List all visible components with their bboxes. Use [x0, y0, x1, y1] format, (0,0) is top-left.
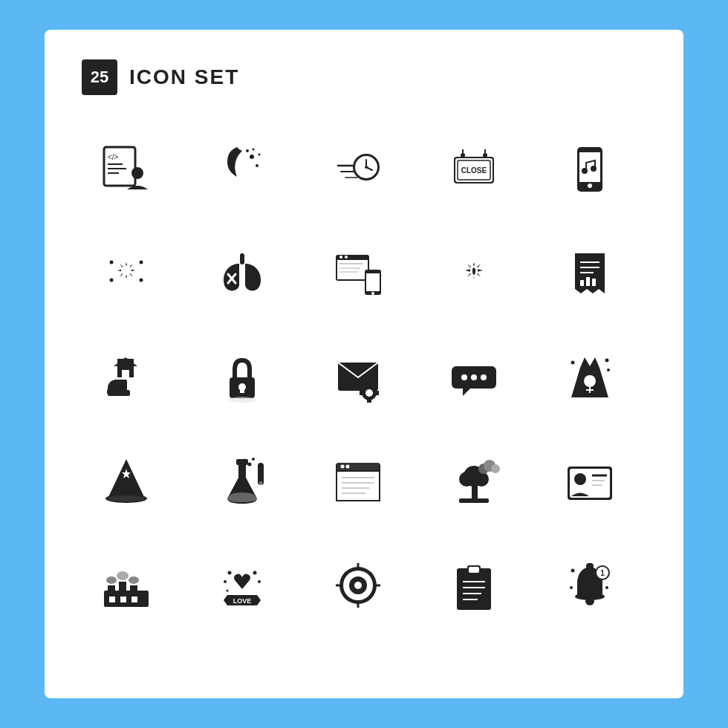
svg-point-77 [584, 375, 596, 387]
svg-text:LOVE: LOVE [233, 597, 252, 605]
icon-profile-card [545, 437, 634, 526]
icon-comet-clock [313, 125, 403, 214]
header: 25 ICON SET [82, 59, 646, 95]
svg-point-75 [471, 374, 477, 380]
main-card: 25 ICON SET </> [45, 30, 683, 698]
icon-chat-bubbles [429, 333, 519, 422]
svg-point-131 [258, 580, 261, 583]
svg-rect-68 [367, 383, 371, 387]
header-title: ICON SET [129, 65, 239, 89]
svg-point-36 [110, 279, 114, 282]
svg-point-136 [354, 582, 362, 589]
svg-point-113 [574, 473, 586, 485]
icon-love-heart: LOVE [198, 541, 287, 630]
svg-point-82 [607, 368, 610, 371]
icon-browser-mobile [313, 229, 403, 318]
icon-dress-female [545, 333, 634, 422]
svg-marker-73 [463, 389, 470, 396]
svg-rect-148 [586, 563, 594, 569]
svg-point-31 [582, 168, 588, 174]
svg-point-90 [248, 463, 252, 467]
svg-point-80 [571, 361, 575, 365]
svg-point-7 [250, 155, 254, 159]
icon-lab-flask [198, 437, 287, 526]
icon-bell-notification: 1 [545, 541, 634, 630]
svg-point-32 [591, 166, 597, 172]
svg-rect-49 [366, 273, 380, 291]
svg-rect-71 [375, 391, 379, 395]
svg-rect-107 [459, 498, 489, 503]
svg-point-30 [588, 183, 592, 188]
icon-target-crosshair [313, 541, 403, 630]
svg-rect-141 [457, 568, 491, 610]
svg-rect-89 [259, 481, 262, 485]
svg-rect-29 [579, 152, 600, 182]
svg-point-34 [110, 261, 114, 264]
svg-rect-118 [108, 585, 115, 597]
icon-close-sign: CLOSE [429, 125, 519, 214]
svg-marker-59 [114, 357, 137, 366]
svg-point-110 [491, 464, 500, 473]
svg-rect-143 [469, 567, 479, 573]
icons-grid: </> [82, 125, 646, 669]
svg-point-91 [252, 458, 255, 461]
svg-rect-70 [360, 391, 363, 395]
svg-rect-54 [580, 280, 584, 286]
svg-text:1: 1 [600, 569, 605, 577]
svg-point-98 [346, 465, 350, 469]
icon-hand-home [82, 333, 171, 422]
icon-mail-settings [313, 333, 403, 422]
svg-rect-57 [108, 390, 130, 396]
svg-point-64 [229, 397, 256, 403]
svg-point-11 [253, 149, 255, 151]
svg-point-10 [259, 154, 261, 156]
svg-point-44 [345, 256, 348, 259]
svg-point-92 [244, 459, 246, 461]
icon-browser-text [313, 437, 403, 526]
svg-point-9 [246, 149, 249, 152]
svg-text:</>: </> [108, 153, 119, 161]
svg-point-156 [570, 586, 573, 589]
svg-rect-60 [122, 370, 129, 377]
svg-rect-123 [131, 597, 137, 602]
svg-point-126 [129, 576, 139, 584]
svg-rect-121 [109, 597, 115, 602]
svg-marker-83 [108, 459, 145, 498]
svg-rect-95 [337, 472, 379, 500]
svg-point-125 [117, 571, 129, 580]
icon-settings-sparkle [82, 229, 171, 318]
svg-rect-120 [130, 585, 137, 597]
svg-point-128 [228, 571, 232, 575]
svg-rect-87 [236, 459, 248, 465]
icon-lungs-x [198, 229, 287, 318]
icon-lock [198, 333, 287, 422]
svg-rect-69 [367, 399, 371, 403]
svg-point-43 [339, 256, 342, 259]
svg-rect-42 [337, 260, 368, 279]
svg-point-154 [571, 569, 575, 573]
header-number: 25 [82, 59, 117, 95]
icon-factory-clouds [82, 541, 171, 630]
svg-point-67 [365, 389, 373, 397]
svg-rect-56 [592, 279, 596, 286]
svg-rect-122 [120, 597, 126, 602]
icon-clipboard [429, 541, 519, 630]
svg-rect-63 [240, 387, 244, 393]
svg-point-97 [341, 465, 345, 469]
svg-point-8 [256, 164, 259, 167]
svg-point-81 [605, 359, 609, 363]
svg-point-76 [481, 374, 487, 380]
svg-point-124 [106, 576, 117, 584]
svg-point-130 [224, 580, 227, 583]
svg-rect-38 [240, 253, 244, 264]
svg-rect-119 [119, 582, 126, 597]
svg-point-37 [140, 279, 143, 282]
svg-rect-55 [586, 277, 590, 286]
icon-moon-stars [198, 125, 287, 214]
svg-point-22 [461, 153, 465, 157]
svg-point-6 [131, 167, 143, 179]
icon-mobile-music [545, 125, 634, 214]
svg-point-155 [605, 586, 608, 589]
svg-point-105 [459, 472, 474, 487]
svg-point-85 [108, 495, 145, 501]
